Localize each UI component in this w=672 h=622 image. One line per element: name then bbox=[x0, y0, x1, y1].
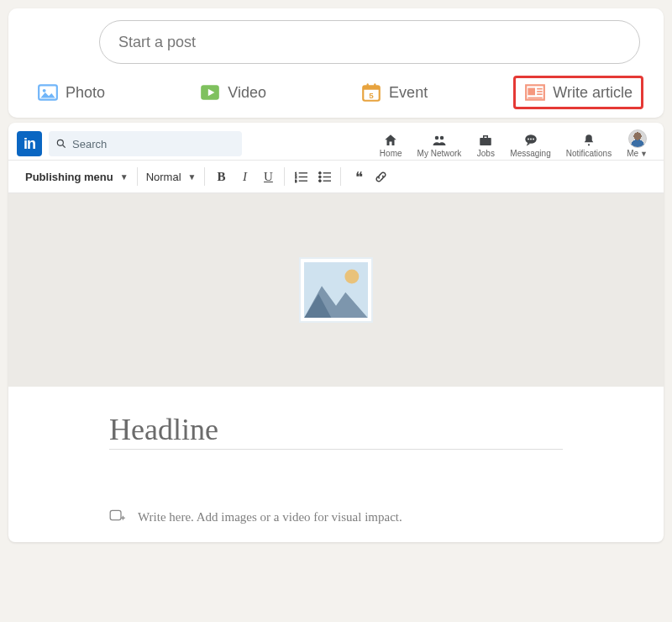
svg-rect-4 bbox=[363, 86, 380, 89]
linkedin-logo[interactable]: in bbox=[17, 131, 42, 156]
svg-text:5: 5 bbox=[369, 91, 374, 100]
nav-items: Home My Network Jobs Messaging Notificat… bbox=[372, 129, 655, 158]
nav-home[interactable]: Home bbox=[372, 133, 410, 158]
add-media-icon bbox=[109, 509, 126, 522]
link-button[interactable] bbox=[373, 169, 388, 184]
headline-placeholder: Headline bbox=[109, 413, 218, 446]
avatar-icon bbox=[628, 129, 647, 148]
nav-me[interactable]: Me▼ bbox=[619, 129, 655, 158]
start-post-card: Start a post Photo Video bbox=[8, 8, 664, 118]
svg-point-32 bbox=[318, 179, 321, 182]
svg-point-22 bbox=[533, 139, 534, 140]
start-post-placeholder: Start a post bbox=[118, 34, 196, 51]
ordered-list-icon: 123 bbox=[295, 171, 307, 183]
unordered-list-button[interactable] bbox=[317, 169, 332, 184]
chevron-down-icon: ▼ bbox=[640, 150, 648, 158]
svg-point-21 bbox=[530, 139, 532, 140]
nav-notifications[interactable]: Notifications bbox=[559, 133, 619, 158]
article-editor-card: in Search Home My Network Jobs Messaging bbox=[8, 123, 664, 542]
body-input-row: Write here. Add images or a video for vi… bbox=[109, 509, 563, 525]
start-post-input[interactable]: Start a post bbox=[99, 20, 640, 64]
cover-image-dropzone[interactable] bbox=[8, 193, 664, 387]
article-body: Headline Write here. Add images or a vid… bbox=[8, 387, 664, 542]
nav-network[interactable]: My Network bbox=[410, 133, 470, 158]
headline-input[interactable]: Headline bbox=[109, 412, 563, 450]
ordered-list-button[interactable]: 123 bbox=[293, 169, 308, 184]
search-placeholder: Search bbox=[72, 138, 107, 150]
publishing-menu-dropdown[interactable]: Publishing menu ▼ bbox=[25, 171, 129, 183]
publishing-menu-label: Publishing menu bbox=[25, 171, 113, 183]
home-icon bbox=[381, 133, 400, 148]
event-label: Event bbox=[389, 84, 428, 102]
nav-home-label: Home bbox=[380, 149, 402, 158]
messaging-icon bbox=[522, 133, 540, 148]
write-article-button[interactable]: Write article bbox=[513, 76, 643, 109]
photo-icon bbox=[37, 82, 59, 103]
nav-me-label: Me▼ bbox=[627, 149, 648, 158]
nav-messaging[interactable]: Messaging bbox=[502, 133, 558, 158]
photo-label: Photo bbox=[66, 84, 105, 102]
svg-point-23 bbox=[588, 144, 590, 145]
link-icon bbox=[375, 171, 387, 183]
event-button[interactable]: 5 Event bbox=[352, 76, 436, 109]
bell-icon bbox=[580, 133, 598, 148]
photo-button[interactable]: Photo bbox=[29, 76, 113, 109]
body-placeholder[interactable]: Write here. Add images or a video for vi… bbox=[138, 510, 402, 524]
svg-text:3: 3 bbox=[295, 179, 297, 183]
video-icon bbox=[199, 82, 221, 103]
italic-button[interactable]: I bbox=[237, 169, 252, 184]
underline-button[interactable]: U bbox=[260, 169, 276, 184]
svg-rect-5 bbox=[367, 83, 369, 87]
top-nav: in Search Home My Network Jobs Messaging bbox=[8, 123, 664, 160]
image-placeholder-icon bbox=[299, 257, 373, 323]
svg-point-30 bbox=[318, 171, 321, 174]
search-icon bbox=[55, 138, 67, 150]
svg-point-14 bbox=[57, 140, 63, 145]
svg-rect-9 bbox=[528, 88, 536, 96]
blockquote-button[interactable]: ❝ bbox=[349, 169, 365, 184]
video-button[interactable]: Video bbox=[191, 76, 275, 109]
nav-network-label: My Network bbox=[417, 149, 462, 158]
article-icon bbox=[524, 82, 546, 103]
add-media-button[interactable] bbox=[109, 509, 126, 525]
chevron-down-icon: ▼ bbox=[120, 172, 129, 182]
svg-point-20 bbox=[528, 139, 529, 140]
search-input[interactable]: Search bbox=[49, 131, 242, 156]
svg-point-31 bbox=[318, 176, 321, 178]
svg-point-17 bbox=[440, 136, 444, 140]
svg-rect-18 bbox=[480, 138, 492, 145]
svg-rect-37 bbox=[110, 510, 121, 519]
network-icon bbox=[430, 133, 449, 148]
event-icon: 5 bbox=[360, 82, 382, 103]
nav-messaging-label: Messaging bbox=[510, 149, 550, 158]
svg-point-36 bbox=[344, 269, 359, 283]
video-label: Video bbox=[228, 84, 266, 102]
svg-point-1 bbox=[43, 89, 46, 92]
svg-point-16 bbox=[435, 136, 439, 140]
jobs-icon bbox=[476, 133, 495, 148]
text-style-dropdown[interactable]: Normal ▼ bbox=[146, 171, 197, 183]
bold-button[interactable]: B bbox=[213, 169, 228, 184]
nav-jobs-label: Jobs bbox=[477, 149, 495, 158]
editor-toolbar: Publishing menu ▼ Normal ▼ B I U 123 ❝ bbox=[8, 160, 664, 193]
logo-text: in bbox=[24, 135, 35, 153]
nav-notifications-label: Notifications bbox=[566, 149, 612, 158]
post-actions-row: Photo Video 5 Event bbox=[24, 76, 648, 111]
write-article-label: Write article bbox=[553, 84, 633, 102]
nav-jobs[interactable]: Jobs bbox=[469, 133, 502, 158]
text-style-label: Normal bbox=[146, 171, 181, 183]
svg-rect-6 bbox=[374, 83, 375, 87]
chevron-down-icon: ▼ bbox=[188, 172, 197, 182]
unordered-list-icon bbox=[318, 171, 331, 183]
svg-line-15 bbox=[63, 145, 66, 148]
